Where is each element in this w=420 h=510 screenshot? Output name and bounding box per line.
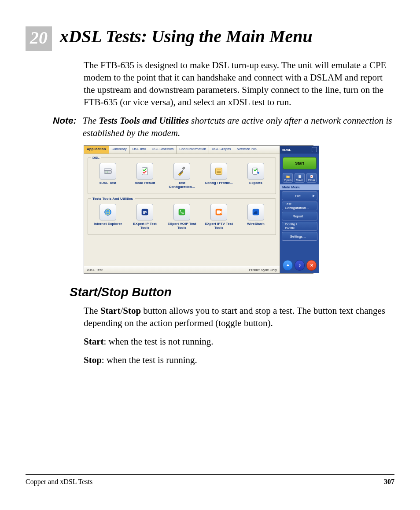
status-right: Profile: Sync Only bbox=[249, 268, 277, 272]
btn-test-configuration-label: Test Configuration... bbox=[167, 181, 196, 189]
save-button-label: Save bbox=[296, 179, 303, 182]
tab-dsl-graphs[interactable]: DSL Graphs bbox=[209, 146, 234, 154]
svg-rect-1 bbox=[104, 169, 112, 170]
start-button[interactable]: Start bbox=[283, 157, 317, 169]
clear-icon bbox=[309, 174, 314, 179]
note-label: Note: bbox=[53, 114, 77, 139]
btn-expert-ip[interactable]: IP EXpert IP Test Tools bbox=[130, 204, 159, 230]
tab-dsl-info[interactable]: DSL Info bbox=[130, 146, 149, 154]
note-prefix: The bbox=[83, 115, 99, 126]
phone-icon bbox=[173, 204, 190, 220]
status-bar: xDSL Test Profile: Sync Only bbox=[84, 266, 280, 273]
tools-icon bbox=[173, 163, 190, 180]
ip-icon: IP bbox=[136, 204, 153, 220]
btn-config-profile-label: Config / Profile... bbox=[204, 181, 233, 185]
start-stop-paragraph-1: The Start/Stop button allows you to star… bbox=[84, 305, 394, 329]
svg-point-2 bbox=[106, 172, 107, 172]
btn-test-configuration[interactable]: Test Configuration... bbox=[167, 163, 196, 189]
p2-bold-start: Start bbox=[84, 336, 104, 347]
modem-icon bbox=[99, 163, 116, 180]
list-icon bbox=[210, 163, 227, 180]
menu-file[interactable]: File bbox=[282, 191, 317, 200]
export-icon bbox=[247, 163, 264, 180]
menu-test-configuration[interactable]: Test Configuration... bbox=[282, 202, 317, 210]
p3-bold-stop: Stop bbox=[84, 355, 102, 365]
close-icon[interactable] bbox=[306, 260, 317, 271]
p1-text-a: The bbox=[84, 305, 100, 316]
btn-internet-explorer-label: Internet Explorer bbox=[93, 222, 122, 226]
btn-wireshark-label: WireShark bbox=[241, 222, 270, 226]
open-button-label: Open bbox=[284, 179, 291, 182]
note-bold: Tests Tools and Utilities bbox=[99, 115, 188, 126]
chapter-title: xDSL Tests: Using the Main Menu bbox=[60, 26, 313, 47]
save-button[interactable]: Save bbox=[295, 173, 305, 183]
group-dsl: DSL xDSL Test Read Result bbox=[88, 156, 276, 194]
intro-paragraph: The FTB-635 is designed to make DSL turn… bbox=[84, 59, 394, 108]
footer-page-number: 307 bbox=[384, 477, 394, 486]
footer-title: Copper and xDSL Tests bbox=[26, 477, 92, 486]
btn-expert-iptv[interactable]: EXpert IPTV Test Tools bbox=[204, 204, 233, 230]
p3-text: : when the test is running. bbox=[102, 355, 197, 365]
clear-button-label: Clear bbox=[308, 179, 315, 182]
chapter-number: 20 bbox=[26, 26, 52, 51]
btn-expert-voip[interactable]: EXpert VOIP Test Tools bbox=[167, 204, 196, 230]
maximize-icon[interactable] bbox=[312, 147, 317, 152]
tab-band-information[interactable]: Band Information bbox=[177, 146, 209, 154]
btn-wireshark[interactable]: WireShark bbox=[241, 204, 270, 230]
btn-config-profile[interactable]: Config / Profile... bbox=[204, 163, 233, 189]
status-left: xDSL Test bbox=[87, 268, 103, 272]
open-button[interactable]: Open bbox=[283, 173, 293, 183]
save-icon bbox=[298, 174, 302, 179]
p1-bold-stop: Stop bbox=[123, 305, 141, 316]
folder-open-icon bbox=[286, 174, 290, 179]
note-body: The Tests Tools and Utilities shortcuts … bbox=[83, 114, 394, 139]
start-stop-paragraph-2: Start: when the test is not running. bbox=[84, 335, 394, 348]
side-title: xDSL bbox=[282, 148, 291, 152]
ie-icon bbox=[99, 204, 116, 220]
btn-expert-voip-label: EXpert VOIP Test Tools bbox=[167, 222, 196, 230]
btn-read-result-label: Read Result bbox=[130, 181, 159, 185]
menu-settings[interactable]: Settings... bbox=[282, 232, 317, 241]
svg-rect-18 bbox=[299, 176, 300, 177]
side-panel: xDSL Start Open Save Clear Main Menu bbox=[280, 146, 319, 273]
menu-report[interactable]: Report bbox=[282, 212, 317, 220]
btn-internet-explorer[interactable]: Internet Explorer bbox=[93, 204, 122, 230]
btn-exports-label: Exports bbox=[241, 181, 270, 185]
svg-point-3 bbox=[107, 172, 108, 172]
clear-button[interactable]: Clear bbox=[306, 173, 317, 183]
p2-text: : when the test is not running. bbox=[104, 336, 214, 347]
subheading-start-stop: Start/Stop Button bbox=[70, 285, 394, 299]
tab-application[interactable]: Application bbox=[84, 146, 109, 154]
svg-rect-16 bbox=[217, 210, 220, 213]
p1-bold-start: Start bbox=[100, 305, 121, 316]
svg-rect-4 bbox=[142, 168, 148, 175]
group-tools-legend: Tests Tools And Utilities bbox=[91, 197, 135, 201]
menu-config-profile[interactable]: Config / Profile... bbox=[282, 222, 317, 231]
video-icon bbox=[210, 204, 227, 220]
btn-exports[interactable]: Exports bbox=[241, 163, 270, 189]
svg-text:?: ? bbox=[298, 264, 300, 267]
tab-bar: Application Summary DSL Info DSL Statist… bbox=[84, 146, 280, 154]
btn-expert-iptv-label: EXpert IPTV Test Tools bbox=[204, 222, 233, 230]
side-section-header: Main Menu bbox=[280, 184, 319, 190]
start-stop-paragraph-3: Stop: when the test is running. bbox=[84, 354, 394, 366]
help-icon[interactable]: ? bbox=[295, 260, 305, 271]
btn-read-result[interactable]: Read Result bbox=[130, 163, 159, 189]
app-screenshot: Application Summary DSL Info DSL Statist… bbox=[84, 145, 313, 274]
shark-icon bbox=[247, 204, 264, 220]
svg-rect-14 bbox=[179, 209, 185, 215]
up-arrow-icon[interactable] bbox=[283, 260, 293, 271]
group-tools: Tests Tools And Utilities Internet Explo… bbox=[88, 197, 276, 235]
btn-expert-ip-label: EXpert IP Test Tools bbox=[130, 222, 159, 230]
results-icon bbox=[136, 163, 153, 180]
group-dsl-legend: DSL bbox=[91, 156, 101, 160]
tab-summary[interactable]: Summary bbox=[109, 146, 130, 154]
tab-network-info[interactable]: Network Info bbox=[234, 146, 259, 154]
btn-xdsl-test[interactable]: xDSL Test bbox=[93, 163, 122, 189]
svg-text:IP: IP bbox=[143, 210, 147, 214]
tab-dsl-statistics[interactable]: DSL Statistics bbox=[149, 146, 177, 154]
btn-xdsl-test-label: xDSL Test bbox=[93, 181, 122, 185]
